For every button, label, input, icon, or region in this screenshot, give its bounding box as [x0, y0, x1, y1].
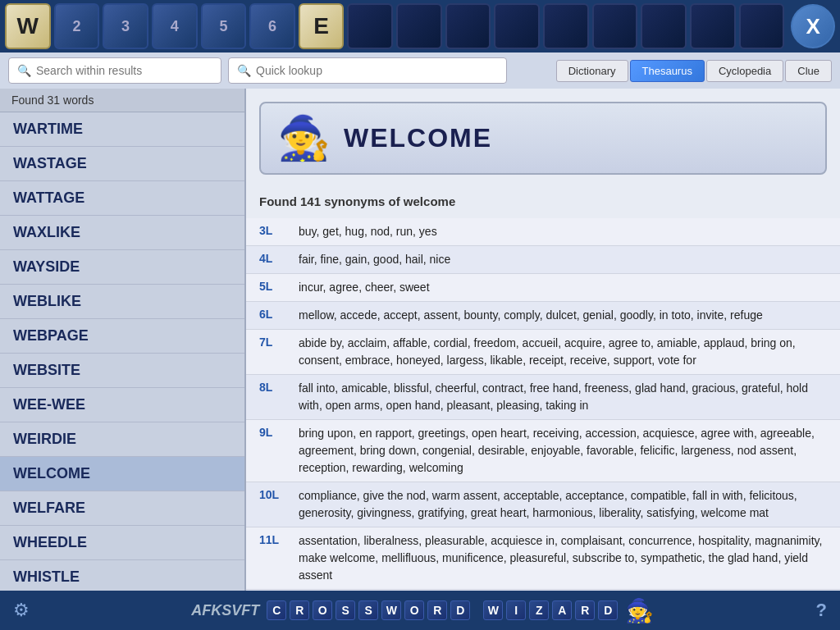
search-within-input[interactable]	[36, 64, 167, 77]
syn-words: compliance, give the nod, warm assent, a…	[299, 487, 827, 522]
wizard-hat-icon: 🧙	[277, 113, 331, 163]
syn-words: buy, get, hug, nod, run, yes	[299, 223, 827, 240]
tile-r: R	[290, 600, 309, 620]
word-item-wheedle[interactable]: WHEEDLE	[0, 526, 244, 560]
word-item-whistle[interactable]: WHISTLE	[0, 560, 244, 591]
welcome-header: 🧙 WELCOME	[259, 102, 827, 175]
synonyms-count: Found 141 synonyms of welcome	[246, 188, 840, 218]
word-item-webpage[interactable]: WEBPAGE	[0, 319, 244, 354]
syn-words: incur, agree, cheer, sweet	[299, 279, 827, 296]
tile-dark-2	[396, 3, 442, 49]
bottom-bar: ⚙ AFKSVFT C R O S S W O R D W I Z A R D …	[0, 591, 840, 630]
synonym-table: 3L buy, get, hug, nod, run, yes 4L fair,…	[246, 218, 840, 591]
tile-e[interactable]: E	[299, 3, 345, 49]
syn-label: 7L	[259, 335, 289, 349]
tile-4[interactable]: 4	[152, 3, 198, 49]
word-item-wee-wee[interactable]: WEE-WEE	[0, 388, 244, 422]
tile-2[interactable]: 2	[54, 3, 100, 49]
tab-group: Dictionary Thesaurus Cyclopedia Clue	[556, 60, 832, 82]
tile-r3: R	[575, 600, 595, 620]
tile-o: O	[313, 600, 332, 620]
tile-dark-6	[592, 3, 638, 49]
synonym-row[interactable]: 4L fair, fine, gain, good, hail, nice	[246, 246, 840, 274]
tile-c: C	[267, 600, 286, 620]
synonym-row[interactable]: 8L fall into, amicable, blissful, cheerf…	[246, 375, 840, 420]
tile-6[interactable]: 6	[249, 3, 295, 49]
tile-s2: S	[358, 600, 378, 620]
quick-lookup-icon: 🔍	[237, 64, 251, 77]
search-within-box[interactable]: 🔍	[8, 57, 221, 84]
found-header: Found 31 words	[0, 89, 244, 112]
tab-clue[interactable]: Clue	[785, 60, 832, 82]
tile-a: A	[552, 600, 572, 620]
app-title: AFKSVFT C R O S S W O R D W I Z A R D 🧙	[191, 597, 654, 624]
tile-5[interactable]: 5	[201, 3, 247, 49]
synonym-row[interactable]: 9L bring upon, en rapport, greetings, op…	[246, 420, 840, 482]
tab-cyclopedia[interactable]: Cyclopedia	[706, 60, 783, 82]
syn-label: 10L	[259, 487, 289, 501]
tile-z: Z	[529, 600, 549, 620]
syn-label: 8L	[259, 380, 289, 394]
word-item-weblike[interactable]: WEBLIKE	[0, 285, 244, 319]
tile-o2: O	[404, 600, 424, 620]
tile-r2: R	[427, 600, 447, 620]
synonym-row[interactable]: 11L assentation, liberalness, pleasurabl…	[246, 527, 840, 590]
top-bar: W 2 3 4 5 6 E X	[0, 0, 840, 52]
tile-3[interactable]: 3	[103, 3, 148, 49]
synonym-row[interactable]: 3L buy, get, hug, nod, run, yes	[246, 218, 840, 246]
word-item-weirdie[interactable]: WEIRDIE	[0, 422, 244, 457]
wizard-tiles: W I Z A R D	[482, 600, 619, 620]
word-item-wartime[interactable]: WARTIME	[0, 112, 244, 147]
tile-s1: S	[336, 600, 355, 620]
word-item-waxlike[interactable]: WAXLIKE	[0, 216, 244, 250]
tab-thesaurus[interactable]: Thesaurus	[630, 60, 705, 82]
synonym-row[interactable]: 5L incur, agree, cheer, sweet	[246, 274, 840, 302]
syn-words: fair, fine, gain, good, hail, nice	[299, 251, 827, 268]
tile-dark-1	[347, 3, 393, 49]
search-within-icon: 🔍	[17, 64, 31, 77]
wizard-icon: 🧙	[625, 597, 654, 624]
syn-label: 9L	[259, 425, 289, 439]
tab-dictionary[interactable]: Dictionary	[556, 60, 628, 82]
syn-label: 6L	[259, 307, 289, 321]
word-item-website[interactable]: WEBSITE	[0, 354, 244, 388]
syn-words: mellow, accede, accept, assent, bounty, …	[299, 307, 827, 324]
welcome-title: WELCOME	[344, 123, 492, 153]
tile-dark-7	[641, 3, 687, 49]
close-button[interactable]: X	[791, 4, 835, 48]
tile-dark-5	[543, 3, 589, 49]
word-list-panel: Found 31 words WARTIME WASTAGE WATTAGE W…	[0, 89, 246, 591]
syn-words: abide by, acclaim, affable, cordial, fre…	[299, 335, 827, 369]
syn-words: bring upon, en rapport, greetings, open …	[299, 425, 827, 477]
synonym-row[interactable]: 12L graciousness, take kindly to, acquie…	[246, 590, 840, 591]
help-button[interactable]: ?	[816, 600, 827, 621]
definition-panel: 🧙 WELCOME Found 141 synonyms of welcome …	[246, 89, 840, 591]
tile-d2: D	[598, 600, 618, 620]
settings-icon[interactable]: ⚙	[13, 600, 30, 621]
tile-dark-4	[494, 3, 540, 49]
word-item-wattage[interactable]: WATTAGE	[0, 181, 244, 216]
tile-dark-3	[445, 3, 491, 49]
synonym-row[interactable]: 10L compliance, give the nod, warm assen…	[246, 482, 840, 527]
tile-i: I	[506, 600, 526, 620]
synonym-row[interactable]: 7L abide by, acclaim, affable, cordial, …	[246, 330, 840, 375]
quick-lookup-input[interactable]	[256, 64, 387, 77]
syn-label: 3L	[259, 223, 289, 237]
syn-label: 11L	[259, 532, 289, 546]
tile-d: D	[450, 600, 470, 620]
tile-w2: W	[381, 600, 401, 620]
tile-dark-8	[690, 3, 736, 49]
syn-words: fall into, amicable, blissful, cheerful,…	[299, 380, 827, 414]
quick-lookup-box[interactable]: 🔍	[228, 57, 507, 84]
word-item-welfare[interactable]: WELFARE	[0, 491, 244, 526]
synonym-row[interactable]: 6L mellow, accede, accept, assent, bount…	[246, 302, 840, 330]
main-area: Found 31 words WARTIME WASTAGE WATTAGE W…	[0, 89, 840, 591]
word-item-welcome[interactable]: WELCOME	[0, 457, 244, 491]
tile-w3: W	[483, 600, 503, 620]
crossword-tiles: C R O S S W O R D	[266, 600, 471, 620]
word-item-wayside[interactable]: WAYSIDE	[0, 250, 244, 285]
search-row: 🔍 🔍 Dictionary Thesaurus Cyclopedia Clue	[0, 52, 840, 89]
tile-w[interactable]: W	[5, 3, 51, 49]
syn-label: 4L	[259, 251, 289, 265]
word-item-wastage[interactable]: WASTAGE	[0, 147, 244, 181]
